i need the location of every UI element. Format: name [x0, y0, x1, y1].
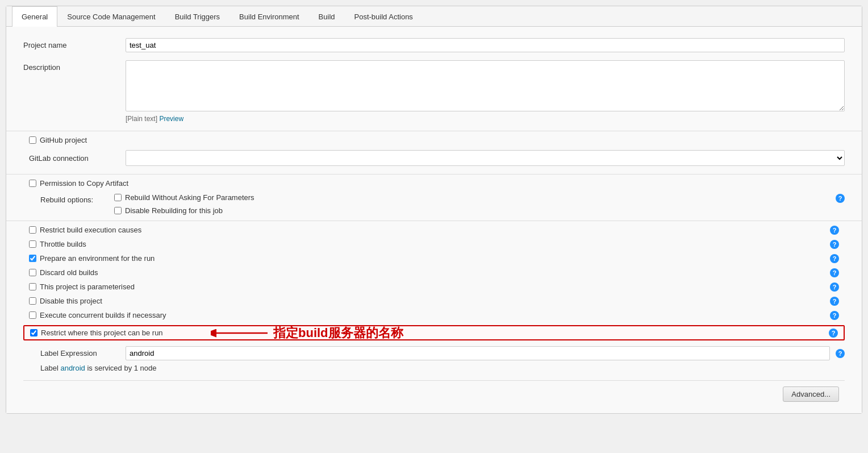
prepare-env-checkbox[interactable]: [29, 255, 36, 262]
disable-project-checkbox[interactable]: [29, 297, 36, 305]
rebuild-without-asking-row: Rebuild Without Asking For Parameters: [114, 193, 254, 202]
advanced-button[interactable]: Advanced...: [783, 386, 839, 402]
divider-1: [6, 131, 862, 131]
discard-old-help-icon[interactable]: ?: [830, 268, 839, 277]
rebuild-options-row: Rebuild options: Rebuild Without Asking …: [40, 193, 845, 215]
discard-old-builds-label[interactable]: Discard old builds: [40, 268, 98, 277]
execute-concurrent-checkbox[interactable]: [29, 311, 36, 319]
execute-concurrent-row: Execute concurrent builds if necessary ?: [23, 311, 845, 319]
label-expression-input[interactable]: [126, 346, 830, 360]
gitlab-connection-select[interactable]: [126, 150, 845, 166]
throttle-builds-label[interactable]: Throttle builds: [40, 240, 86, 248]
restrict-build-execution-row: Restrict build execution causes ?: [23, 226, 845, 234]
restrict-build-execution-checkbox[interactable]: [29, 226, 36, 234]
project-parameterised-checkbox[interactable]: [29, 283, 36, 290]
tab-build-environment[interactable]: Build Environment: [229, 6, 309, 27]
gitlab-connection-label: GitLab connection: [29, 154, 126, 163]
project-parameterised-row: This project is parameterised ?: [23, 282, 845, 291]
restrict-where-wrapper: Restrict where this project can be run ?…: [23, 325, 845, 340]
execute-concurrent-help-icon[interactable]: ?: [830, 310, 839, 320]
rebuild-options-section: Rebuild options: Rebuild Without Asking …: [40, 193, 845, 215]
description-label: Description: [23, 60, 126, 72]
label-android-link[interactable]: android: [60, 364, 85, 372]
label-expression-control: [126, 346, 830, 360]
prepare-env-row: Prepare an environment for the run ?: [23, 254, 845, 263]
project-name-input[interactable]: [126, 38, 845, 52]
github-project-checkbox[interactable]: [29, 136, 36, 144]
description-control: [Plain text] Preview: [126, 60, 845, 123]
restrict-build-execution-label[interactable]: Restrict build execution causes: [40, 226, 141, 234]
prepare-env-help-icon[interactable]: ?: [830, 253, 839, 263]
restrict-where-row: Restrict where this project can be run ?: [23, 325, 845, 340]
restrict-build-help-icon[interactable]: ?: [830, 225, 839, 235]
restrict-where-checkbox[interactable]: [30, 329, 37, 336]
divider-2: [6, 174, 862, 174]
disable-rebuilding-checkbox[interactable]: [114, 207, 122, 214]
project-name-label: Project name: [23, 38, 126, 49]
general-form: Project name Description [Plain text] Pr…: [6, 27, 862, 413]
github-project-label[interactable]: GitHub project: [40, 136, 87, 144]
throttle-builds-checkbox[interactable]: [29, 240, 36, 248]
divider-3: [6, 221, 862, 221]
execute-concurrent-label[interactable]: Execute concurrent builds if necessary: [40, 311, 166, 319]
tab-bar: General Source Code Management Build Tri…: [6, 6, 862, 27]
description-textarea[interactable]: [126, 60, 845, 111]
restrict-where-label[interactable]: Restrict where this project can be run: [41, 329, 163, 337]
permission-copy-artifact-row: Permission to Copy Artifact: [23, 179, 845, 188]
discard-old-builds-row: Discard old builds ?: [23, 268, 845, 277]
project-name-row: Project name: [23, 38, 845, 52]
tab-build[interactable]: Build: [309, 6, 345, 27]
rebuild-without-asking-label[interactable]: Rebuild Without Asking For Parameters: [125, 193, 254, 202]
label-serviced-row: Label android is serviced by 1 node: [23, 364, 845, 372]
tab-build-triggers[interactable]: Build Triggers: [165, 6, 229, 27]
plain-text-preview: [Plain text] Preview: [126, 115, 845, 123]
permission-copy-artifact-checkbox[interactable]: [29, 180, 36, 187]
rebuild-without-asking-checkbox[interactable]: [114, 194, 122, 201]
plain-text-label: [Plain text]: [126, 115, 157, 123]
gitlab-connection-row: GitLab connection: [23, 150, 845, 166]
rebuild-options-label: Rebuild options:: [40, 193, 114, 204]
proj-param-help-icon[interactable]: ?: [830, 282, 839, 292]
rebuild-help-icon[interactable]: ?: [836, 193, 845, 203]
disable-rebuilding-label[interactable]: Disable Rebuilding for this job: [125, 206, 223, 215]
throttle-builds-row: Throttle builds ?: [23, 240, 845, 248]
prepare-env-label[interactable]: Prepare an environment for the run: [40, 254, 155, 263]
throttle-help-icon[interactable]: ?: [830, 239, 839, 249]
restrict-where-help-icon[interactable]: ?: [829, 328, 838, 338]
jenkins-config-page: General Source Code Management Build Tri…: [6, 6, 862, 414]
advanced-area: Advanced...: [23, 380, 845, 402]
project-parameterised-label[interactable]: This project is parameterised: [40, 282, 135, 291]
disable-project-row: Disable this project ?: [23, 297, 845, 305]
project-name-control: [126, 38, 845, 52]
discard-old-builds-checkbox[interactable]: [29, 269, 36, 276]
disable-project-label[interactable]: Disable this project: [40, 297, 102, 305]
tab-source-code-management[interactable]: Source Code Management: [57, 6, 165, 27]
preview-link[interactable]: Preview: [159, 115, 183, 123]
label-expr-help-icon[interactable]: ?: [836, 349, 845, 358]
disable-proj-help-icon[interactable]: ?: [830, 296, 839, 306]
label-expression-label: Label Expression: [40, 349, 126, 358]
rebuild-info-circle[interactable]: ?: [836, 194, 845, 203]
label-expression-row: Label Expression ?: [23, 346, 845, 360]
label-serviced-suffix: is serviced by 1 node: [87, 364, 156, 372]
disable-rebuilding-row: Disable Rebuilding for this job: [114, 206, 254, 215]
permission-copy-artifact-label[interactable]: Permission to Copy Artifact: [40, 179, 128, 188]
rebuild-options-controls: Rebuild Without Asking For Parameters Di…: [114, 193, 254, 215]
tab-post-build-actions[interactable]: Post-build Actions: [345, 6, 423, 27]
tab-general[interactable]: General: [12, 6, 57, 27]
label-serviced-prefix: Label: [40, 364, 60, 372]
description-row: Description [Plain text] Preview: [23, 60, 845, 123]
github-project-row: GitHub project: [23, 136, 845, 144]
